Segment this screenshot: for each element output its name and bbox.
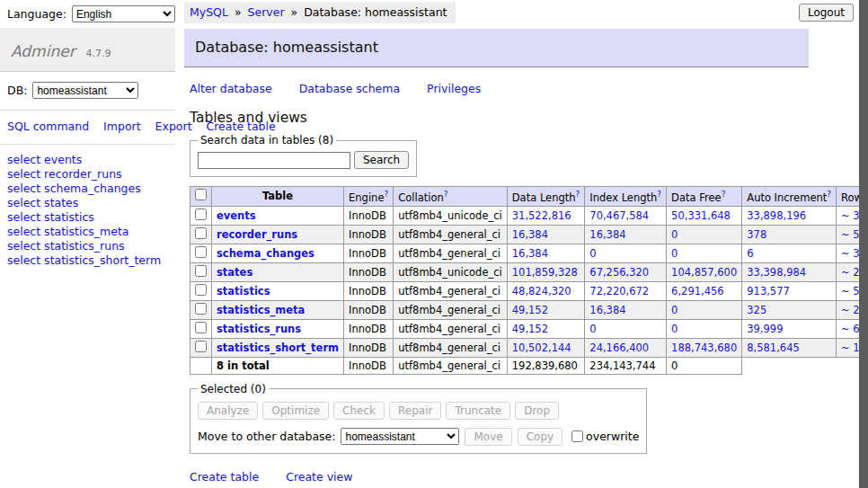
data-length-link[interactable]: 31,522,816 <box>512 209 571 222</box>
data-free-link[interactable]: 0 <box>671 304 678 316</box>
analyze-button[interactable]: Analyze <box>198 402 258 420</box>
data-free-link[interactable]: 6,291,456 <box>671 285 724 297</box>
help-link[interactable]: ? <box>657 190 661 199</box>
create-view-link[interactable]: Create view <box>286 470 352 484</box>
rows-count-link[interactable]: ~ 5 <box>841 228 860 241</box>
row-checkbox[interactable] <box>195 322 207 333</box>
data-length-link[interactable]: 16,384 <box>512 247 548 260</box>
sidebar-item-select-statistics[interactable]: select statistics <box>7 210 168 225</box>
index-length-link[interactable]: 0 <box>589 247 596 260</box>
table-name-link[interactable]: statistics <box>217 285 270 297</box>
index-length-link[interactable]: 70,467,584 <box>589 209 649 222</box>
data-free-link[interactable]: 104,857,600 <box>671 266 737 279</box>
app-version: 4.7.9 <box>86 48 111 59</box>
move-database-select[interactable]: homeassistant <box>341 428 459 445</box>
row-checkbox[interactable] <box>195 246 207 258</box>
index-length-link[interactable]: 24,166,400 <box>589 342 649 354</box>
table-name-link[interactable]: schema_changes <box>217 247 314 260</box>
alter-database-link[interactable]: Alter database <box>190 82 272 95</box>
data-length-link[interactable]: 101,859,328 <box>512 266 578 279</box>
breadcrumb-separator: » <box>235 5 242 19</box>
table-row: schema_changes InnoDB utf8mb4_general_ci… <box>190 244 868 262</box>
col-header-data-free: Data Free? <box>667 187 742 207</box>
help-link[interactable]: ? <box>444 190 448 199</box>
database-schema-link[interactable]: Database schema <box>299 82 400 95</box>
privileges-link[interactable]: Privileges <box>427 82 481 95</box>
row-checkbox[interactable] <box>195 209 207 220</box>
row-checkbox[interactable] <box>195 265 207 277</box>
search-fieldset: Search data in tables (8) Search <box>190 134 417 177</box>
help-link[interactable]: ? <box>827 190 831 199</box>
breadcrumb-mysql-link[interactable]: MySQL <box>190 5 228 19</box>
auto-increment-link[interactable]: 33,398,984 <box>747 266 806 279</box>
row-checkbox[interactable] <box>195 284 207 296</box>
logout-button[interactable]: Logout <box>799 4 854 22</box>
auto-increment-link[interactable]: 378 <box>747 228 766 241</box>
move-to-database-label: Move to other database: <box>198 430 335 443</box>
index-length-link[interactable]: 72,220,672 <box>589 285 649 297</box>
row-checkbox[interactable] <box>195 303 207 315</box>
drop-button[interactable]: Drop <box>515 402 559 420</box>
scrollbar[interactable] <box>859 0 868 488</box>
auto-increment-link[interactable]: 325 <box>747 304 766 316</box>
breadcrumb-server-link[interactable]: Server <box>248 5 285 19</box>
sidebar-link-sql-command[interactable]: SQL command <box>7 120 89 133</box>
index-length-link[interactable]: 16,384 <box>589 228 625 241</box>
row-checkbox[interactable] <box>195 341 207 352</box>
index-length-link[interactable]: 16,384 <box>589 304 625 316</box>
data-length-link[interactable]: 16,384 <box>512 228 548 241</box>
sidebar-item-select-events[interactable]: select events <box>7 153 168 167</box>
help-link[interactable]: ? <box>384 190 388 199</box>
auto-increment-link[interactable]: 913,577 <box>747 285 790 297</box>
table-name-link[interactable]: states <box>217 266 252 279</box>
row-checkbox[interactable] <box>195 227 207 239</box>
sidebar-item-select-statistics-meta[interactable]: select statistics_meta <box>7 225 168 239</box>
auto-increment-link[interactable]: 6 <box>747 247 753 260</box>
sidebar-item-select-statistics-short-term[interactable]: select statistics_short_term <box>7 253 168 268</box>
selected-fieldset: Selected (0) Analyze Optimize Check Repa… <box>190 383 647 454</box>
data-free-link[interactable]: 0 <box>671 247 678 260</box>
auto-increment-link[interactable]: 33,898,196 <box>747 209 806 222</box>
overwrite-checkbox[interactable] <box>571 430 583 442</box>
data-length-link[interactable]: 49,152 <box>512 304 548 316</box>
table-name-link[interactable]: recorder_runs <box>217 228 297 241</box>
search-button[interactable]: Search <box>354 151 409 169</box>
data-free-link[interactable]: 0 <box>671 323 678 335</box>
check-button[interactable]: Check <box>333 402 385 420</box>
auto-increment-link[interactable]: 8,581,645 <box>747 342 800 354</box>
total-data-free: 0 <box>667 357 742 374</box>
sidebar-item-select-states[interactable]: select states <box>7 196 168 210</box>
data-length-link[interactable]: 48,824,320 <box>512 285 571 297</box>
auto-increment-link[interactable]: 39,999 <box>747 323 783 335</box>
table-row: recorder_runs InnoDB utf8mb4_general_ci … <box>190 225 868 244</box>
copy-button[interactable]: Copy <box>518 428 562 446</box>
table-name-link[interactable]: statistics_runs <box>217 323 301 335</box>
index-length-link[interactable]: 67,256,320 <box>589 266 649 279</box>
search-input[interactable] <box>198 152 350 169</box>
help-link[interactable]: ? <box>576 190 580 199</box>
table-name-link[interactable]: events <box>217 209 256 222</box>
sidebar-item-select-schema-changes[interactable]: select schema_changes <box>7 182 168 196</box>
sidebar-link-import[interactable]: Import <box>103 120 141 133</box>
table-name-link[interactable]: statistics_short_term <box>217 342 339 354</box>
truncate-button[interactable]: Truncate <box>446 402 510 420</box>
table-name-link[interactable]: statistics_meta <box>217 304 305 316</box>
collation-cell: utf8mb4_general_ci <box>394 338 508 357</box>
index-length-link[interactable]: 0 <box>589 323 596 335</box>
repair-button[interactable]: Repair <box>389 402 441 420</box>
db-select[interactable]: homeassistant <box>32 82 138 99</box>
optimize-button[interactable]: Optimize <box>262 402 329 420</box>
rows-count-link[interactable]: ~ 3 <box>841 247 860 260</box>
data-length-link[interactable]: 10,502,144 <box>512 342 571 354</box>
language-select[interactable]: English <box>72 5 175 22</box>
data-length-link[interactable]: 49,152 <box>512 323 548 335</box>
data-free-link[interactable]: 188,743,680 <box>671 342 737 354</box>
select-all-checkbox[interactable] <box>195 189 207 200</box>
data-free-link[interactable]: 0 <box>671 228 678 241</box>
sidebar-item-select-statistics-runs[interactable]: select statistics_runs <box>7 239 168 253</box>
help-link[interactable]: ? <box>722 190 726 199</box>
data-free-link[interactable]: 50,331,648 <box>671 209 731 222</box>
move-button[interactable]: Move <box>465 428 511 446</box>
create-table-link[interactable]: Create table <box>190 470 259 484</box>
sidebar-item-select-recorder-runs[interactable]: select recorder_runs <box>7 167 168 182</box>
